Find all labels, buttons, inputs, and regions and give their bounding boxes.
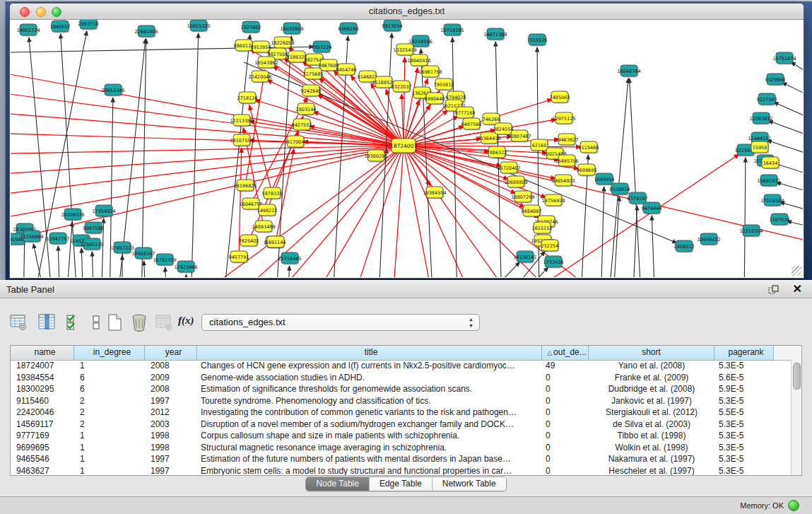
graph-node[interactable]: 3175685 — [303, 68, 324, 81]
graph-edge[interactable] — [81, 248, 83, 277]
graph-node[interactable]: 10958167 — [131, 247, 155, 260]
tab-node-table[interactable]: Node Table — [306, 477, 370, 491]
graph-node[interactable]: 8938924 — [610, 183, 630, 196]
table-row[interactable]: 1938455462009Genome-wide association stu… — [11, 372, 792, 384]
graph-node[interactable]: 1527602 — [241, 21, 261, 34]
trash-icon[interactable] — [129, 313, 151, 334]
graph-node[interactable]: 6497568 — [461, 118, 482, 131]
row-select-icon[interactable] — [64, 313, 85, 334]
graph-edge[interactable] — [267, 80, 404, 146]
graph-edge[interactable] — [421, 49, 433, 277]
graph-node[interactable]: 20206576 — [61, 209, 84, 221]
graph-node[interactable]: 1498222 — [257, 204, 278, 217]
graph-node[interactable]: 19196825 — [233, 180, 257, 192]
minimize-window-icon[interactable] — [36, 7, 46, 17]
graph-node[interactable]: 15716485 — [278, 252, 301, 265]
graph-node[interactable]: 7485063 — [550, 91, 570, 104]
graph-node[interactable]: 10055325 — [187, 20, 210, 33]
graph-node[interactable]: 16543862 — [254, 57, 278, 69]
graph-node[interactable]: 16434 — [762, 157, 780, 170]
column-header-out_de[interactable]: △out_de... — [542, 346, 589, 360]
table-row[interactable]: 946362711997Embryonic stem cells: a mode… — [11, 465, 792, 476]
graph-node[interactable]: 15692931 — [757, 175, 780, 187]
graph-node[interactable]: 14055724 — [16, 24, 40, 37]
graph-node[interactable]: 8322037 — [392, 81, 412, 93]
graph-node[interactable]: 19756928 — [541, 194, 565, 207]
graph-node[interactable]: 1733426 — [543, 256, 564, 269]
graph-edge[interactable] — [392, 146, 404, 277]
graph-node[interactable]: 16033809 — [280, 23, 303, 35]
graph-node[interactable]: 9227343 — [757, 93, 777, 106]
graph-node[interactable]: 18807299 — [511, 191, 534, 204]
graph-node[interactable]: 2093718 — [78, 20, 99, 30]
resize-grip[interactable] — [792, 266, 801, 276]
graph-node[interactable]: 17957223 — [110, 242, 134, 255]
graph-node[interactable]: 17016504 — [760, 194, 784, 207]
graph-node[interactable]: 6466160 — [339, 23, 359, 35]
table-row[interactable]: 2242004622012Investigating the contribut… — [11, 407, 792, 419]
graph-node[interactable]: 9474444 — [642, 202, 662, 215]
float-panel-icon[interactable] — [768, 284, 779, 296]
graph-node[interactable]: 16495756 — [555, 155, 578, 168]
graph-node[interactable]: 15751074 — [772, 52, 796, 65]
table-row[interactable]: 1830029562008Estimation of significance … — [11, 383, 792, 395]
table-settings-icon[interactable] — [8, 313, 30, 334]
graph-node[interactable]: 7857224 — [312, 41, 332, 54]
column-header-short[interactable]: short — [589, 346, 714, 360]
column-header-title[interactable]: title — [197, 346, 542, 360]
graph-node[interactable]: 19463627 — [555, 134, 578, 146]
graph-edge[interactable] — [313, 112, 404, 146]
graph-node[interactable]: 7955812 — [434, 78, 454, 91]
graph-edge[interactable] — [401, 94, 404, 146]
graph-edge[interactable] — [11, 146, 404, 246]
graph-node[interactable]: 18640910 — [407, 54, 430, 67]
table-row[interactable]: 977716911998Corpus callosum shape and si… — [11, 430, 792, 442]
graph-node[interactable]: 1615152 — [532, 222, 553, 235]
graph-edge[interactable] — [66, 222, 72, 277]
graph-edge[interactable] — [787, 221, 803, 232]
graph-node[interactable]: 8813054 — [382, 20, 403, 33]
graph-edge[interactable] — [11, 69, 404, 146]
graph-edge[interactable] — [404, 57, 405, 146]
graph-node[interactable]: 14671388 — [483, 28, 507, 41]
graph-edge[interactable] — [613, 197, 619, 277]
column-header-name[interactable]: name — [11, 346, 74, 360]
tab-network-table[interactable]: Network Table — [433, 477, 506, 491]
graph-node[interactable]: 12210354 — [739, 225, 763, 238]
graph-edge[interactable] — [245, 70, 265, 185]
graph-node[interactable]: 10688809 — [504, 176, 527, 189]
table-selector-combo[interactable]: citations_edges.txt ▲▼ — [201, 314, 480, 331]
graph-node[interactable]: 9457791 — [229, 251, 249, 264]
tab-edge-table[interactable]: Edge Table — [370, 477, 433, 491]
memory-status-icon[interactable] — [788, 500, 799, 511]
graph-node[interactable]: 18724007 — [390, 139, 417, 154]
graph-node[interactable]: 7625402 — [239, 235, 259, 247]
vertical-scrollbar[interactable] — [791, 360, 801, 475]
graph-node[interactable]: 19654923 — [551, 175, 575, 187]
column-header-in_degree[interactable]: in_degree — [74, 346, 145, 360]
graph-edge[interactable] — [144, 261, 146, 277]
graph-node[interactable]: 10719185 — [440, 24, 464, 37]
graph-node[interactable]: 14093489 — [252, 221, 275, 233]
scrollbar-thumb[interactable] — [793, 363, 801, 390]
graph-node[interactable]: 1691144 — [266, 236, 286, 249]
graph-node[interactable]: 9242848 — [301, 85, 322, 98]
graph-node[interactable]: 22691406 — [134, 25, 158, 38]
table-row[interactable]: 1456911722003Disruption of a novel membe… — [11, 419, 792, 431]
graph-node[interactable]: 9097588 — [83, 222, 104, 235]
column-header-year[interactable]: year — [145, 346, 197, 360]
graph-node[interactable]: 16648784 — [617, 65, 640, 78]
graph-node[interactable]: 15720407 — [497, 162, 520, 175]
graph-node[interactable]: 10946422 — [697, 233, 720, 246]
graph-node[interactable]: 7886322 — [487, 146, 507, 159]
graph-node[interactable]: 8427552 — [292, 119, 312, 132]
graph-node[interactable]: 22420046 — [248, 71, 271, 83]
graph-node[interactable]: 1167534 — [770, 214, 790, 226]
graph-edge[interactable] — [58, 246, 60, 277]
graph-node[interactable]: 9777169 — [455, 107, 476, 119]
graph-node[interactable]: 9115460 — [579, 141, 599, 154]
graph-edge[interactable] — [288, 266, 290, 277]
table-row[interactable]: 911546021997Tourette syndrome. Phenomeno… — [11, 395, 792, 407]
table-row[interactable]: 946554611997Estimation of the future num… — [11, 453, 792, 465]
network-window-titlebar[interactable]: citations_edges.txt — [10, 4, 804, 20]
